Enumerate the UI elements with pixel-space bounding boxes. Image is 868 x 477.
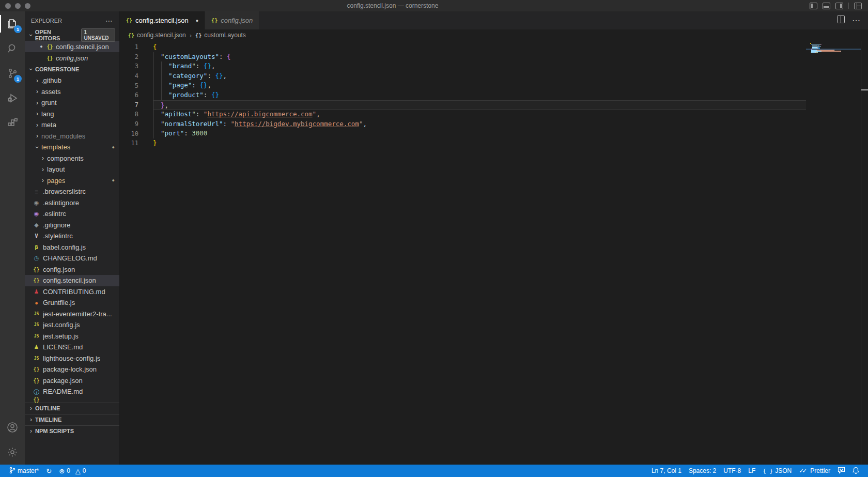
open-editor-item[interactable]: ●{}config.stencil.json: [25, 41, 119, 52]
extensions-icon[interactable]: [0, 111, 25, 135]
section-npm-scripts[interactable]: ›NPM SCRIPTS: [25, 425, 119, 437]
explorer-more-actions-icon[interactable]: ⋯: [105, 17, 113, 25]
tree-folder-row[interactable]: ›lang: [25, 109, 119, 120]
tree-file-row[interactable]: V.stylelintrc: [25, 230, 119, 242]
tree-folder-row[interactable]: ›layout: [25, 164, 119, 175]
tree-file-row[interactable]: {}config.json: [25, 264, 119, 275]
file-name: jest.setup.js: [43, 332, 79, 340]
source-control-icon[interactable]: 1: [0, 61, 25, 86]
errors-icon: ⊗: [59, 467, 65, 475]
minimap[interactable]: [806, 41, 868, 465]
tree-folder-row[interactable]: ›meta: [25, 119, 119, 131]
section-outline[interactable]: ›OUTLINE: [25, 403, 119, 414]
line-number: 1: [120, 43, 149, 51]
code-line[interactable]: 6 "product": {}: [120, 90, 806, 100]
indent-guide: [153, 52, 154, 139]
code-line[interactable]: 4 "category": {},: [120, 71, 806, 81]
account-icon[interactable]: [0, 415, 25, 440]
code-line[interactable]: 8 "apiHost": "https://api.bigcommerce.co…: [120, 110, 806, 119]
workspace-header[interactable]: › CORNERSTONE: [25, 64, 119, 75]
tree-file-row[interactable]: ◉.eslintignore: [25, 197, 119, 209]
tree-file-row[interactable]: ◷CHANGELOG.md: [25, 253, 119, 264]
code-line[interactable]: 1{: [120, 42, 806, 52]
sync-changes-item[interactable]: ↻: [42, 465, 55, 477]
encoding-item[interactable]: UTF-8: [720, 465, 745, 477]
code-line[interactable]: 2 "customLayouts": {: [120, 52, 806, 62]
tree-file-row[interactable]: JSjest-eventemitter2-tra...: [25, 309, 119, 320]
code-editor[interactable]: 1{2 "customLayouts": {3 "brand": {},4 "c…: [120, 41, 868, 465]
sync-icon: ↻: [46, 467, 52, 475]
breadcrumb-file[interactable]: config.stencil.json: [137, 32, 186, 39]
file-name: Gruntfile.js: [43, 299, 75, 306]
file-name: jest-eventemitter2-tra...: [43, 310, 112, 318]
git-branch-item[interactable]: master*: [5, 465, 42, 477]
tree-folder-row[interactable]: ›pages●: [25, 175, 119, 187]
babel-icon: β: [32, 244, 41, 250]
tree-file-row[interactable]: JSlighthouse-config.js: [25, 353, 119, 364]
tree-file-row[interactable]: ≡.browserslistrc: [25, 186, 119, 197]
tree-folder-row[interactable]: ›templates●: [25, 142, 119, 153]
tree-file-row[interactable]: JSjest.config.js: [25, 319, 119, 331]
open-editors-list: ●{}config.stencil.json{}config.json: [25, 41, 119, 64]
search-icon[interactable]: [0, 36, 25, 61]
folder-name: grunt: [41, 99, 57, 106]
tree-file-row[interactable]: ◉.eslintrc: [25, 208, 119, 220]
tree-file-row[interactable]: iREADME.md: [25, 386, 119, 397]
minimap-current-line: [806, 49, 861, 50]
tab-config.json[interactable]: {}config.json: [205, 11, 259, 29]
tree-file-row[interactable]: JSjest.setup.js: [25, 331, 119, 342]
indent-guide: [161, 61, 162, 100]
open-editors-header[interactable]: › OPEN EDITORS 1 UNSAVED: [25, 29, 119, 41]
formatter-item[interactable]: ✓✓ Prettier: [795, 465, 834, 477]
language-mode-item[interactable]: { } JSON: [759, 465, 795, 477]
tree-file-row[interactable]: ♟LICENSE.md: [25, 342, 119, 353]
customize-layout-icon[interactable]: [854, 3, 862, 9]
problems-item[interactable]: ⊗ 0 △ 0: [55, 465, 89, 477]
tree-folder-row[interactable]: ›.github: [25, 75, 119, 86]
code-line[interactable]: 5 "page": {},: [120, 81, 806, 90]
code-line[interactable]: 11}: [120, 139, 806, 148]
tree-folder-row[interactable]: ›node_modules: [25, 131, 119, 142]
code-line[interactable]: 10 "port": 3000: [120, 129, 806, 139]
circle-icon: ◉: [32, 199, 41, 206]
explorer-icon[interactable]: 1: [0, 11, 25, 36]
code-line[interactable]: 9 "normalStoreUrl": "https://bigdev.mybi…: [120, 119, 806, 129]
tree-file-row[interactable]: {}package.json: [25, 375, 119, 387]
split-editor-icon[interactable]: [837, 16, 845, 25]
tree-file-row[interactable]: ♟CONTRIBUTING.md: [25, 286, 119, 298]
git-branch-icon: [9, 467, 16, 475]
file-name: config.json: [43, 266, 75, 273]
tree-file-row[interactable]: βbabel.config.js: [25, 242, 119, 253]
file-name: package-lock.json: [43, 365, 97, 373]
tree-file-row[interactable]: ●Gruntfile.js: [25, 297, 119, 309]
feedback-item[interactable]: [834, 465, 849, 477]
settings-gear-icon[interactable]: [0, 440, 25, 465]
toggle-secondary-sidebar-icon[interactable]: [835, 3, 843, 9]
section-timeline[interactable]: ›TIMELINE: [25, 414, 119, 425]
open-editor-item[interactable]: {}config.json: [25, 52, 119, 64]
chevron-right-icon: ›: [27, 427, 35, 435]
code-line[interactable]: 7 },: [120, 100, 806, 110]
window-title: config.stencil.json — cornerstone: [0, 2, 785, 9]
code-lines[interactable]: 1{2 "customLayouts": {3 "brand": {},4 "c…: [120, 41, 806, 148]
tab-config.stencil.json[interactable]: {}config.stencil.json●: [120, 11, 205, 29]
notifications-item[interactable]: [849, 465, 863, 477]
tree-file-row[interactable]: ◆.gitignore: [25, 220, 119, 231]
line-number: 10: [120, 130, 149, 137]
cursor-position-item[interactable]: Ln 7, Col 1: [648, 465, 685, 477]
tree-file-row[interactable]: {}: [25, 397, 119, 403]
tree-file-row[interactable]: {}package-lock.json: [25, 364, 119, 375]
tree-folder-row[interactable]: ›grunt: [25, 97, 119, 109]
toggle-panel-icon[interactable]: [823, 3, 830, 9]
eol-item[interactable]: LF: [745, 465, 759, 477]
tree-folder-row[interactable]: ›assets: [25, 86, 119, 98]
breadcrumb-symbol[interactable]: customLayouts: [204, 32, 246, 39]
tree-file-row[interactable]: {}config.stencil.json: [25, 275, 119, 286]
toggle-sidebar-icon[interactable]: [810, 3, 817, 9]
tree-folder-row[interactable]: ›components: [25, 153, 119, 164]
line-number: 5: [120, 82, 149, 89]
editor-more-actions-icon[interactable]: ⋯: [852, 16, 861, 25]
run-debug-icon[interactable]: [0, 86, 25, 111]
indentation-item[interactable]: Spaces: 2: [685, 465, 720, 477]
code-line[interactable]: 3 "brand": {},: [120, 61, 806, 71]
